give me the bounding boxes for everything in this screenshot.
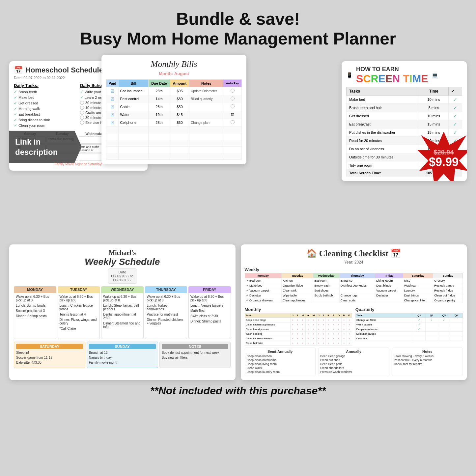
table-row: ✓ Organize drawers Clean appliances Clea…	[245, 298, 463, 303]
sunday-section: SUNDAY Brunch at 12 Nana's birthday Fami…	[87, 342, 158, 368]
table-row	[106, 146, 242, 153]
bills-col-due: Due Date	[148, 79, 170, 87]
table-row	[106, 126, 242, 133]
screen-time-panel: 📱 HOW TO EARN SCREEN TIME 💻 Tasks Time ✓	[342, 61, 467, 181]
price-badge: $20.94 $9.99	[417, 132, 467, 181]
table-row: Clean kitchen cabinets♦♦♦♦♦♦♦♦♦♦♦♦	[245, 336, 352, 341]
table-row: Dust fans	[355, 336, 462, 341]
bottom-panels: Michael's Weekly Schedule Date 06/13/202…	[9, 244, 467, 380]
cleaning-weekly-table: Monday Tuesday Wednesday Thursday Friday…	[245, 273, 463, 303]
table-row: Deep clean freezer✓	[355, 327, 462, 331]
bills-col-notes: Notes	[189, 79, 223, 87]
daily-tasks-col: Daily Tasks: ✓ Brush teeth ✓ Make bed ✓ …	[14, 83, 77, 129]
table-row: ☑ Water 19th $45 ☑	[106, 111, 242, 119]
cleaning-panel: 🏠 Cleaning Checklist 📅 Year: 2024 Weekly…	[241, 244, 467, 380]
screen-row: Make bed 10 mins ✓	[347, 95, 462, 103]
table-row: Declutter garage	[355, 331, 462, 336]
footer: **Not included with this purchase**	[0, 380, 476, 402]
table-row	[106, 133, 242, 140]
weekly-bottom: SATURDAY Sleep in! Soccer game from 11-1…	[14, 342, 231, 368]
hs-task-4: ✓ Morning walk	[14, 106, 77, 111]
cleaning-title: 🏠 Cleaning Checklist 📅	[245, 248, 463, 259]
cleaning-weekly-title: Weekly	[245, 267, 463, 272]
screen-col-time: Time	[419, 87, 449, 95]
saturday-section: SATURDAY Sleep in! Soccer game from 11-1…	[14, 342, 85, 368]
cleaning-notes: Notes Lawn Mowing - every 5 weeks Pest c…	[392, 348, 463, 376]
quarterly-section: Quarterly Task Q1 Q2 Q3 Q4 Change air fi…	[355, 305, 463, 346]
hs-task-6: ✓ Bring dishes to sink	[14, 118, 77, 122]
bills-col-auto: Auto Pay	[223, 79, 242, 87]
semi-annually-section: Semi-Annually Deep clean kitchen Deep cl…	[245, 348, 316, 376]
friday-col: FRIDAY Wake up at 6:30 + Bus pick up at …	[188, 286, 231, 339]
cleaning-bottom: Semi-Annually Deep clean kitchen Deep cl…	[245, 348, 463, 376]
table-row	[106, 153, 242, 159]
screen-col-check: ✓	[449, 87, 462, 95]
table-row: Wash bedding♦♦♦♦♦♦♦♦♦♦♦♦	[245, 331, 352, 336]
monday-col: MONDAY Wake up at 6:30 + Bus pick up at …	[14, 286, 56, 339]
bills-panel: Monthly Bills Month: August Paid Bill Du…	[101, 55, 246, 164]
screen-row: Get dressed 10 mins ✓	[347, 112, 462, 120]
table-row: ☑ Car insurance 25th $95 Update Odometer	[106, 87, 242, 95]
table-row: ✓ Bedroom Kitchen Bathroom Entrance Livi…	[245, 278, 463, 283]
table-row	[106, 140, 242, 146]
top-panels-area: 📅 Homeschool Schedule Date: 02.07.2022 t…	[9, 55, 467, 239]
table-row: ☑ Cellphone 28th $60 Change plan	[106, 119, 242, 126]
page-header: Bundle & save! Busy Mom Home Management …	[0, 0, 476, 55]
monthly-section: Monthly Task J F M A M J J A	[245, 305, 352, 346]
cleaning-monthly-quarterly: Monthly Task J F M A M J J A	[245, 305, 463, 346]
table-row: ✓ Make bed Organize fridge Empty trash D…	[245, 283, 463, 288]
table-row: Clean kitchen appliances♦♦♦♦♦♦♦♦♦♦♦♦	[245, 322, 352, 327]
table-row: ☑ Pest control 14th $80 Billed quarterly	[106, 95, 242, 103]
link-in-description-badge: Link indescription	[9, 130, 82, 163]
table-row: ☑ Cable 28th $50	[106, 103, 242, 111]
annually-section: Annually Deep clean garage Clean out she…	[318, 348, 389, 376]
bills-col-amount: Amount	[170, 79, 189, 87]
table-row: ✓ Vacuum carpet Clean sink Sort shoes Va…	[245, 288, 463, 293]
header-title: Bundle & save! Busy Mom Home Management …	[0, 9, 476, 49]
hs-task-3: ✓ Get dressed	[14, 101, 77, 105]
cleaning-year: Year: 2024	[245, 260, 463, 265]
screen-col-tasks: Tasks	[347, 87, 419, 95]
bills-title: Monthly Bills	[106, 59, 242, 69]
table-row: ✓ Declutter Wipe table Scrub bathtub Cha…	[245, 293, 463, 298]
hs-task-2: ✓ Make bed	[14, 95, 77, 100]
weekly-days-grid: MONDAY Wake up at 6:30 + Bus pick up at …	[14, 286, 231, 339]
tuesday-col: TUESDAY Wake up at 6:30 + Bus pick up at…	[58, 286, 100, 339]
bills-col-bill: Bill	[119, 79, 148, 87]
table-row: Deep clean fridge♦♦♦♦♦♦♦♦♦♦♦♦	[245, 318, 352, 322]
table-row: Clean laundry room♦♦♦♦♦♦♦♦♦♦♦♦	[245, 327, 352, 331]
weekly-schedule-panel: Michael's Weekly Schedule Date 06/13/202…	[9, 244, 236, 380]
screen-row: Brush teeth and hair 5 mins ✓	[347, 103, 462, 112]
table-row: Clean bathtubs♦♦♦♦♦♦♦♦♦♦♦♦	[245, 341, 352, 345]
weekly-header: Michael's Weekly Schedule Date 06/13/202…	[14, 249, 231, 284]
thursday-col: THURSDAY Wake up at 6:30 + Bus pick up a…	[145, 286, 187, 339]
hs-task-1: ✓ Brush teeth	[14, 90, 77, 94]
table-row: Wash carpets✓	[355, 322, 462, 327]
weekly-date-box: Date 06/13/2022 to06/20/2022	[108, 268, 137, 284]
bills-month: Month: August	[106, 71, 242, 76]
bills-table: Paid Bill Due Date Amount Notes Auto Pay…	[106, 79, 242, 160]
new-price: $9.99	[429, 156, 459, 168]
hs-task-7: ✓ Clean your room	[14, 123, 77, 128]
screen-row: Eat breakfast 15 mins ✓	[347, 120, 462, 128]
weekly-notes-section: NOTES Book dentist appointment for next …	[159, 342, 231, 368]
bills-col-paid: Paid	[106, 79, 119, 87]
hs-task-5: ✓ Eat breakfast	[14, 112, 77, 117]
screen-header: 📱 HOW TO EARN SCREEN TIME 💻	[346, 66, 462, 85]
wednesday-col: WEDNESDAY Wake up at 6:30 + Bus pick up …	[101, 286, 144, 339]
footer-text: **Not included with this purchase**	[0, 385, 476, 397]
table-row: Change air filters✓✓✓	[355, 318, 462, 322]
